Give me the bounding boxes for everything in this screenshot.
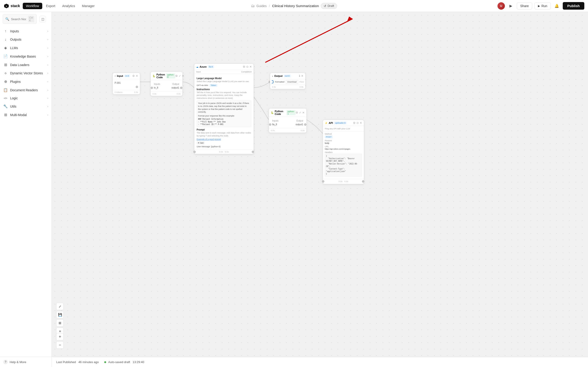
output-port[interactable] xyxy=(362,180,364,183)
zoom-out-button[interactable]: − xyxy=(56,341,64,349)
sidebar-label-plugins: Plugins xyxy=(10,80,45,83)
close-icon[interactable]: ✕ xyxy=(302,111,304,114)
sidebar-item-multi-modal[interactable]: ⊞ Multi-Modal › xyxy=(0,110,52,119)
api-headers-field: Headers { "Authorization": "Bearer SECRE… xyxy=(325,151,362,177)
output-node[interactable]: ↓ Output out-8 ℹ ✕ Formatted Download Fl… xyxy=(270,73,305,89)
close-icon[interactable]: ✕ xyxy=(360,121,362,125)
publish-button[interactable]: Publish xyxy=(563,2,584,10)
sidebar-item-inputs[interactable]: ↑ Inputs › xyxy=(0,27,52,35)
input-port[interactable] xyxy=(193,151,196,153)
user-message: User Message: {python-0} xyxy=(197,145,251,148)
instruction-box[interactable]: Your job is to parse JSON and render it … xyxy=(197,100,251,127)
output-port[interactable] xyxy=(252,151,254,153)
zoom-in-button[interactable]: + xyxy=(56,333,64,340)
settings-icon[interactable]: ⚙ xyxy=(296,111,298,114)
expand-icon[interactable]: ⊙ xyxy=(246,65,249,68)
close-icon[interactable]: ✕ xyxy=(301,74,303,77)
node-header-left: ↓ Output out-8 xyxy=(272,75,291,77)
sidebar-items: ↑ Inputs › ↓ Outputs › ◈ LLMs › 📄 Knowle… xyxy=(0,26,52,357)
io-row: Inputs in_8 Output output1 xyxy=(153,82,181,90)
draft-label: Draft xyxy=(328,4,334,8)
input-port[interactable] xyxy=(151,87,153,89)
download-button[interactable]: Download xyxy=(286,80,298,84)
input-node[interactable]: ↑ Input in-8 ⚙ ✕ P-001 0 tokens 0.0s xyxy=(112,73,140,94)
avatar[interactable]: U xyxy=(498,2,505,10)
sidebar-item-knowledge-bases[interactable]: 📄 Knowledge Bases › xyxy=(0,52,52,60)
formatted-toggle[interactable] xyxy=(271,80,274,83)
outputs-label: Output xyxy=(296,119,303,122)
close-icon[interactable]: ✕ xyxy=(182,74,184,77)
output-port[interactable] xyxy=(136,86,138,88)
footer-left: 0.0s xyxy=(272,86,276,88)
azure-node-badge: lla-8 xyxy=(208,65,214,68)
settings-icon[interactable]: ⚙ xyxy=(243,65,245,68)
sidebar-toggle[interactable]: ◫ xyxy=(40,16,46,22)
node-controls: ⚙ ⊙ ✕ xyxy=(243,65,252,68)
navbar: s stack Workflow Export Analytics Manage… xyxy=(0,0,588,12)
output-port[interactable] xyxy=(304,123,306,126)
search-box[interactable]: 🔍 Ctrl K xyxy=(3,14,37,24)
sidebar-item-llms[interactable]: ◈ LLMs › xyxy=(0,44,52,52)
breadcrumb-parent[interactable]: Guides xyxy=(257,4,267,8)
settings-icon[interactable]: ⚙ xyxy=(353,121,355,125)
footer-right: 0.0s xyxy=(225,151,229,153)
tab-workflow[interactable]: Workflow xyxy=(23,3,42,9)
sidebar-footer[interactable]: ? Help & More xyxy=(0,357,52,367)
api-node[interactable]: ⚡ API apiloader-8 ⚙ ⊙ ✕ Ping any API wit… xyxy=(323,120,364,184)
formatted-label: Formatted xyxy=(275,81,284,83)
prompt-link[interactable]: Example of a good prompt xyxy=(197,138,221,140)
input-port[interactable] xyxy=(322,180,324,183)
sidebar-item-data-loaders[interactable]: ⊞ Data Loaders › xyxy=(0,60,52,69)
outputs-label: Output xyxy=(172,83,179,85)
sidebar-item-utils[interactable]: 🔧 Utils › xyxy=(0,102,52,110)
chevron-icon: › xyxy=(47,38,48,41)
canvas-area[interactable]: ↑ Input in-8 ⚙ ✕ P-001 0 tokens 0.0s xyxy=(52,12,588,367)
check-icon[interactable]: ✓ xyxy=(299,111,301,114)
check-icon[interactable]: ✓ xyxy=(179,74,181,77)
api-icon: ⚡ xyxy=(325,122,328,124)
draft-button[interactable]: ↺ Draft xyxy=(321,3,337,9)
input-port[interactable] xyxy=(269,123,271,126)
search-input[interactable] xyxy=(11,17,26,21)
share-button[interactable]: Share xyxy=(517,2,532,9)
close-icon[interactable]: ✕ xyxy=(136,74,138,77)
output-port[interactable] xyxy=(180,87,182,89)
sidebar-item-dynamic-vector-stores[interactable]: ⟡ Dynamic Vector Stores › xyxy=(0,69,52,77)
sidebar-item-outputs[interactable]: ↓ Outputs › xyxy=(0,35,52,44)
io-row: Inputs lla_8 Output output1 xyxy=(271,119,304,126)
tab-export[interactable]: Export xyxy=(43,3,58,9)
close-icon[interactable]: ✕ xyxy=(250,65,252,68)
data-loaders-icon: ⊞ xyxy=(3,63,8,67)
play-icon-button[interactable]: ▶ xyxy=(507,2,515,10)
sidebar-item-logic[interactable]: </> Logic › xyxy=(0,94,52,102)
info-icon[interactable]: ℹ xyxy=(299,74,300,77)
params-value: body xyxy=(325,142,362,144)
chevron-icon: › xyxy=(47,113,48,117)
run-button[interactable]: ▶ Run xyxy=(535,2,551,9)
minus-icon: − xyxy=(59,343,61,348)
python-node-2[interactable]: 🐍 Python Code python-1 ⚙ ✓ ✕ Inputs xyxy=(269,108,307,133)
fit-view-button[interactable]: ⤢ xyxy=(56,303,64,310)
sidebar-item-document-readers[interactable]: 📋 Document Readers › xyxy=(0,86,52,94)
token-link[interactable]: Token xyxy=(209,84,217,87)
python-node-1[interactable]: 🐍 Python Code python-8 ⚙ ✓ ✕ Inputs xyxy=(150,72,183,96)
save-button[interactable]: 💾 xyxy=(56,311,64,318)
settings-icon[interactable]: ⚙ xyxy=(132,74,135,77)
sidebar-item-plugins[interactable]: ⊕ Plugins › xyxy=(0,77,52,86)
sidebar-toggle-icon: ◫ xyxy=(41,17,44,21)
search-shortcut: Ctrl K xyxy=(28,16,34,22)
expand-icon[interactable]: ⊙ xyxy=(356,121,359,125)
breadcrumb: 🗂 Guides / Clinical History Summarizatio… xyxy=(251,3,337,9)
dynamic-vector-stores-icon: ⟡ xyxy=(3,71,8,75)
azure-node[interactable]: ☁ Azure lla-8 ⚙ ⊙ ✕ input Completion Lar… xyxy=(194,64,254,154)
tab-analytics[interactable]: Analytics xyxy=(59,3,78,9)
notifications-button[interactable]: 🔔 xyxy=(553,2,561,10)
document-readers-icon: 📋 xyxy=(3,88,8,92)
settings-icon[interactable]: ⚙ xyxy=(175,74,178,77)
tab-manager[interactable]: Manager xyxy=(79,3,98,9)
input-port[interactable] xyxy=(269,81,270,83)
grid-button[interactable]: ⊞ xyxy=(56,319,64,327)
node-controls: ⚙ ✓ ✕ xyxy=(296,111,304,114)
api-desc: Ping any API with your LLM xyxy=(323,126,364,131)
canvas-tools: ⤢ 💾 ⊞ ≡ xyxy=(56,303,64,335)
